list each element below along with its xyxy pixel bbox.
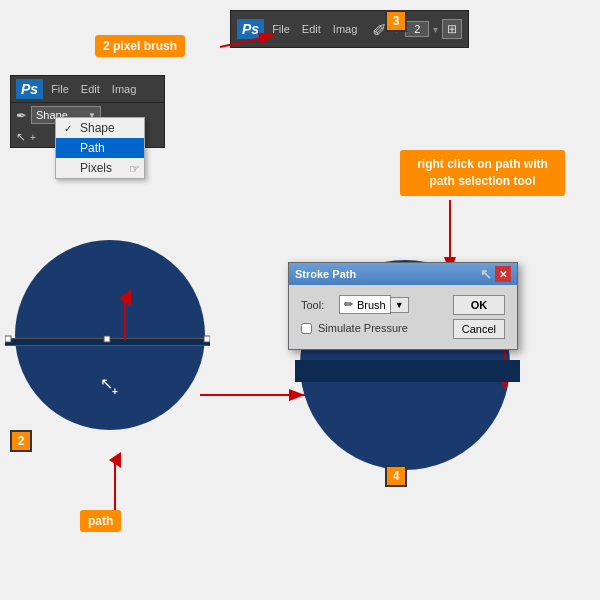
ps-panel-header: Ps File Edit Imag bbox=[11, 76, 164, 103]
brush-annotation: 2 pixel brush bbox=[95, 35, 185, 57]
simulate-pressure-checkbox[interactable] bbox=[301, 323, 312, 334]
ps-toolbar-top: Ps File Edit Imag ✏ ▾ 2 ▾ ⊞ bbox=[230, 10, 469, 48]
svg-rect-5 bbox=[5, 336, 11, 342]
cursor-hand-icon: ☞ bbox=[129, 162, 140, 176]
pen-tool-icon: ✒ bbox=[16, 108, 27, 123]
dialog-cancel-button[interactable]: Cancel bbox=[453, 319, 505, 339]
dialog-ok-button[interactable]: OK bbox=[453, 295, 505, 315]
shape-dropdown-menu: ✓ Shape Path Pixels ☞ bbox=[55, 117, 145, 179]
dialog-left-section: Tool: ✏ Brush ▼ Simulate Pressure bbox=[301, 295, 409, 334]
plus-icon-small: + bbox=[30, 132, 36, 143]
menu-image-left[interactable]: Imag bbox=[108, 81, 140, 97]
dialog-tool-select[interactable]: ✏ Brush bbox=[339, 295, 391, 314]
svg-rect-6 bbox=[104, 336, 110, 342]
path-line-svg bbox=[5, 330, 210, 354]
dialog-main-row: Tool: ✏ Brush ▼ Simulate Pressure OK bbox=[301, 295, 505, 339]
size-dropdown-arrow: ▾ bbox=[433, 24, 438, 35]
path-line-container bbox=[5, 330, 210, 354]
dialog-cursor-icon: ↖ bbox=[480, 266, 492, 282]
ps-logo-top: Ps bbox=[237, 19, 264, 39]
dialog-tool-dropdown-btn[interactable]: ▼ bbox=[391, 297, 409, 313]
menu-edit-top[interactable]: Edit bbox=[298, 21, 325, 37]
simulate-pressure-label: Simulate Pressure bbox=[318, 322, 408, 334]
dialog-titlebar: Stroke Path ↖ ✕ bbox=[289, 263, 517, 285]
dropdown-path-item[interactable]: Path bbox=[56, 138, 144, 158]
right-click-annotation: right click on path with path selection … bbox=[400, 150, 565, 196]
menu-edit-left[interactable]: Edit bbox=[77, 81, 104, 97]
step-3-badge: 3 bbox=[385, 10, 407, 32]
cursor-plus-sign: + bbox=[112, 386, 118, 397]
menu-file-top[interactable]: File bbox=[268, 21, 294, 37]
stripe-right bbox=[295, 360, 520, 382]
menu-file-left[interactable]: File bbox=[47, 81, 73, 97]
dialog-body: Tool: ✏ Brush ▼ Simulate Pressure OK bbox=[289, 285, 517, 349]
dialog-title: Stroke Path bbox=[295, 268, 356, 280]
dialog-simulate-row: Simulate Pressure bbox=[301, 322, 409, 334]
ps-logo-left: Ps bbox=[16, 79, 43, 99]
path-annotation: path bbox=[80, 510, 121, 532]
svg-rect-4 bbox=[5, 345, 210, 346]
dialog-tool-select-wrapper: ✏ Brush ▼ bbox=[339, 295, 409, 314]
dropdown-pixels-item[interactable]: Pixels ☞ bbox=[56, 158, 144, 178]
stroke-path-dialog: Stroke Path ↖ ✕ Tool: ✏ Brush ▼ bbox=[288, 262, 518, 350]
brush-small-icon: ✏ bbox=[344, 298, 353, 311]
menu-image-top[interactable]: Imag bbox=[329, 21, 361, 37]
dropdown-shape-item[interactable]: ✓ Shape bbox=[56, 118, 144, 138]
step-2-badge: 2 bbox=[10, 430, 32, 452]
svg-rect-7 bbox=[204, 336, 210, 342]
toolbar-extra-icon[interactable]: ⊞ bbox=[442, 19, 462, 39]
arrow-left-to-right bbox=[195, 380, 315, 410]
dialog-buttons-section: OK Cancel bbox=[453, 295, 505, 339]
dialog-tool-row: Tool: ✏ Brush ▼ bbox=[301, 295, 409, 314]
selection-icon: ↖ bbox=[16, 130, 26, 144]
dialog-close-button[interactable]: ✕ bbox=[495, 266, 511, 282]
dialog-tool-label: Tool: bbox=[301, 299, 333, 311]
brush-size-box[interactable]: 2 bbox=[405, 21, 429, 37]
shape-checkmark: ✓ bbox=[64, 123, 76, 134]
step-4-badge: 4 bbox=[385, 465, 407, 487]
